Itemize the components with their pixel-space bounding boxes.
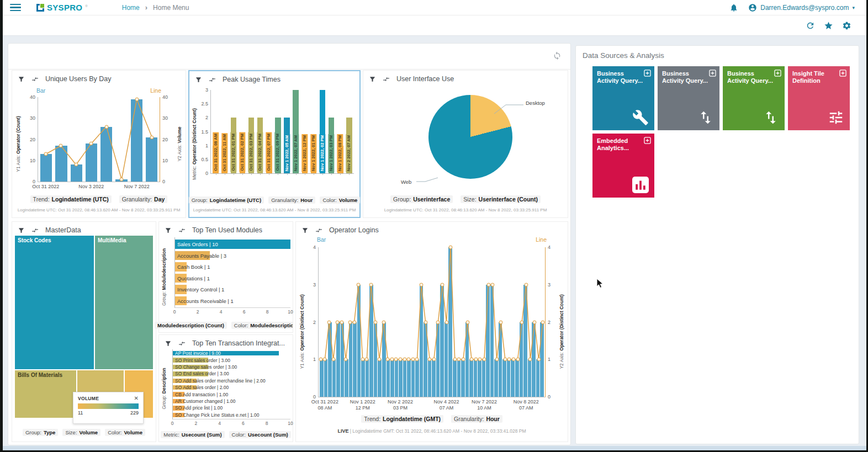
compare-arrows-icon[interactable] — [178, 227, 186, 234]
bar-label: Cash Book | 1 — [177, 264, 210, 270]
footer-key: Size: — [463, 196, 476, 203]
treemap-node[interactable]: MultiMedia — [94, 235, 154, 370]
line-point-marker — [352, 320, 356, 324]
notifications-bell-icon[interactable] — [729, 3, 738, 12]
bar-slot: Nov 1 2022, 07 AM — [292, 90, 299, 173]
x-tick-line1: Nov 3 2022 — [78, 184, 104, 190]
footer-value: Logindatetime (UTC) — [210, 197, 261, 203]
y-axis-tick-label: 20 — [30, 137, 38, 142]
filter-icon[interactable] — [18, 76, 25, 83]
hamburger-menu-icon[interactable] — [10, 4, 21, 12]
bar-label: Accounts Receivable | 1 — [177, 297, 234, 304]
line-point-marker — [361, 358, 364, 361]
filter-icon[interactable] — [165, 340, 172, 347]
bar-slot: Oct 31 2022, 11 AM — [221, 90, 228, 173]
line-point-marker — [120, 178, 124, 182]
tile-label: Insight Tile Definition — [792, 70, 839, 84]
breadcrumb-home-link[interactable]: Home — [122, 4, 140, 12]
line-point-marker — [336, 320, 340, 324]
chart-panel-user-interface-use[interactable]: User Interface Use Desktop Web Group:Use… — [363, 70, 568, 218]
bar-x-label: Nov 1 2022, 07 AM — [293, 134, 299, 172]
add-square-icon[interactable] — [644, 137, 651, 144]
chart-panel-top-ten-transactions[interactable]: Top Ten Transaction Integrat... Group: D… — [158, 334, 293, 442]
filter-icon[interactable] — [165, 227, 172, 234]
y-axis-tick-label: 1 — [313, 357, 319, 362]
refresh-icon[interactable] — [806, 21, 815, 30]
footer-value: Userinterface — [413, 196, 450, 203]
bar-x-label: Oct 31 2022, 09 PM — [275, 132, 281, 172]
y-axis-tick-label: 10 — [30, 158, 38, 163]
add-square-icon[interactable] — [774, 70, 781, 77]
chart-panel-masterdata[interactable]: MasterData Stock CodesMultiMediaBills Of… — [12, 221, 156, 442]
bar-x-label: Nov 1 2022, 02 PM — [320, 134, 326, 172]
user-menu[interactable]: Darren.Edwards@syspro.com ▾ — [748, 3, 855, 12]
close-icon[interactable]: ✕ — [134, 396, 139, 401]
y-axis-tick-label: 3 — [313, 282, 319, 287]
chart-footer: Trend:Logindatetime (GMT)Granularity:Hou… — [296, 415, 568, 423]
add-square-icon[interactable] — [644, 70, 651, 77]
chart-panel-operator-logins[interactable]: Operator Logins Bar Line Y1 Axis: Operat… — [295, 221, 568, 442]
compare-arrows-icon[interactable] — [315, 227, 322, 234]
bar-x-label: Nov 2 2022, 07 AM — [346, 134, 352, 172]
y-axis-tick-label: 30 — [160, 116, 168, 121]
import-export-icon — [763, 109, 779, 126]
data-source-tile[interactable]: Embedded Analytics... — [592, 134, 654, 198]
syspro-logo[interactable]: SYSPRO ® — [36, 4, 88, 12]
chart-footer: Moduledescription (Count)Color:Moduledes… — [155, 322, 293, 329]
bar-row: Sales Orders | 10 — [175, 239, 290, 249]
chart-date-range: Logindatetime UTC: Oct 31 2022, 08:46:13… — [192, 208, 357, 212]
filter-icon[interactable] — [18, 227, 25, 234]
footer-value: Type — [44, 429, 55, 435]
y-axis-tick-label: 3 — [205, 88, 211, 93]
footer-pair: Trend:Logindatetime (GMT) — [361, 415, 443, 423]
compare-arrows-icon[interactable] — [383, 76, 390, 83]
filter-icon[interactable] — [195, 76, 202, 83]
x-axis-tick-label: 2 — [197, 309, 199, 315]
x-axis-tick-label: 10 — [288, 421, 293, 426]
compare-arrows-icon[interactable] — [31, 227, 39, 234]
bar-label: Sales Orders | 10 — [177, 241, 218, 247]
chart-panel-peak-usage-times[interactable]: Peak Usage Times Metric: Operator (Disti… — [188, 70, 361, 218]
bar-slot: Nov 1 2022, 12 PM — [301, 90, 308, 173]
filter-icon[interactable] — [301, 227, 309, 234]
data-sources-panel: Data Sources & Analysis Business Activit… — [575, 45, 859, 444]
line-point-marker — [59, 143, 63, 147]
syspro-logo-mark — [36, 4, 44, 12]
add-square-icon[interactable] — [839, 70, 846, 77]
treemap-node[interactable]: Stock Codes — [14, 235, 94, 370]
sync-refresh-icon[interactable] — [553, 51, 562, 62]
y2-axis-label: Y2 Axis: Volume — [177, 126, 182, 161]
bar-x-label: Nov 1 2022, 08 PM — [337, 134, 343, 172]
line-point-marker — [415, 358, 419, 361]
bar-row: SO Change Pick Line Status e.net | 1.00 — [173, 412, 290, 418]
chart-panel-unique-users-by-day[interactable]: Unique Users By Day Bar Line Y1 Axis: Op… — [12, 70, 186, 218]
data-source-tile[interactable]: Insight Tile Definition — [788, 66, 850, 130]
settings-gear-icon[interactable] — [842, 21, 851, 30]
chart-footer: Group:TypeSize:VolumeColor:Volume — [12, 429, 156, 436]
compare-arrows-icon[interactable] — [31, 76, 39, 83]
treemap-node[interactable]: Bills Of Materials — [14, 370, 77, 418]
tile-label: Embedded Analytics... — [597, 137, 643, 152]
dashboard-toolbar — [8, 44, 570, 70]
footer-pair: Size:Userinterface (Count) — [461, 195, 541, 203]
compare-arrows-icon[interactable] — [178, 340, 186, 347]
favorite-star-icon[interactable] — [824, 21, 833, 30]
pie-chart[interactable] — [428, 95, 512, 179]
chart-panel-top-ten-used-modules[interactable]: Top Ten Used Modules Group: Moduledescri… — [158, 221, 293, 333]
data-source-tile[interactable]: Business Activity Query... — [658, 66, 719, 130]
y-axis-tick-label: 40 — [160, 95, 168, 100]
compare-arrows-icon[interactable] — [209, 76, 216, 83]
line-point-marker — [365, 358, 369, 361]
footer-key: Trend: — [33, 196, 50, 203]
data-source-tile[interactable]: Business Activity Query... — [592, 66, 654, 130]
footer-value: Logindatetime (GMT) — [383, 416, 441, 422]
chart-title: User Interface Use — [396, 75, 454, 83]
filter-icon[interactable] — [369, 76, 376, 83]
tile-label: Business Activity Query... — [727, 70, 774, 84]
add-square-icon[interactable] — [709, 70, 716, 77]
x-axis-tick-label: Oct 31 2022 — [32, 184, 59, 190]
line-point-marker — [150, 135, 154, 139]
brand-name: SYSPRO — [47, 4, 82, 12]
x-axis-tick-label: 8 — [266, 421, 268, 426]
data-source-tile[interactable]: Business Activity Query... — [723, 66, 785, 130]
